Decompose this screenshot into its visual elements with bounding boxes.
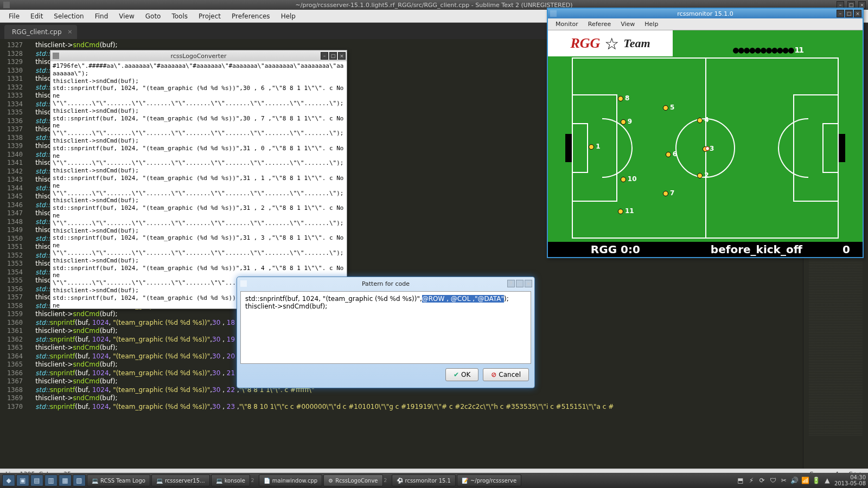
seed-dots: ●●●●●●●●●●● <box>732 46 793 54</box>
menu-project[interactable]: Project <box>194 11 225 21</box>
player-number: 7 <box>670 189 674 197</box>
tab-label: RGG_client.cpp <box>12 28 62 36</box>
task-konsole[interactable]: 💻 konsole <box>211 474 250 486</box>
player-11: 11 <box>618 209 623 214</box>
logo-team-text: Team <box>623 36 650 50</box>
task-rcssserver[interactable]: 💻 rcssserver15... <box>151 474 210 486</box>
taskbar: ◆ ▣ ▤ ▥ ▦ ▧ 💻 RCSS Team Logo 💻 rcssserve… <box>0 473 868 488</box>
minimize-button[interactable]: – <box>321 52 328 60</box>
seed-count: 11 <box>795 46 803 54</box>
player-10: 10 <box>621 177 626 182</box>
player-number: 8 <box>625 94 629 102</box>
rcssmonitor-title: rcssmonitor 15.1.0 <box>677 10 733 17</box>
ok-label: OK <box>461 371 470 378</box>
tray-icon[interactable]: ✂ <box>780 477 788 484</box>
pattern-titlebar[interactable]: Pattern for code ? – × <box>238 278 533 289</box>
player-number: 11 <box>625 207 634 215</box>
cancel-button[interactable]: ⊘Cancel <box>483 368 529 381</box>
task-logo-converter[interactable]: ⚙ RcssLogoConve <box>323 474 382 486</box>
start-button[interactable]: ◆ <box>2 474 15 486</box>
ball <box>705 146 710 151</box>
pattern-line2: thisclient->sndCmd(buf); <box>245 303 526 310</box>
menu-view[interactable]: View <box>616 20 639 29</box>
close-button[interactable]: × <box>525 280 532 287</box>
task-sublime[interactable]: 📝 ~/prog/rcssserve <box>457 474 521 486</box>
menu-find[interactable]: Find <box>91 11 113 21</box>
player-5: 5 <box>663 105 668 111</box>
menu-selection[interactable]: Selection <box>49 11 88 21</box>
minimize-button[interactable]: – <box>837 10 844 17</box>
rcssmonitor-titlebar[interactable]: rcssmonitor 15.1.0 – □ × <box>548 9 863 18</box>
app-icon <box>53 53 59 59</box>
player-number: 4 <box>704 116 709 124</box>
logo-converter-titlebar[interactable]: rcssLogoConverter – □ × <box>50 50 347 61</box>
cancel-label: Cancel <box>499 371 521 378</box>
launcher-icon[interactable]: ▦ <box>59 474 72 486</box>
menu-edit[interactable]: Edit <box>26 11 47 21</box>
player-number: 5 <box>670 104 674 111</box>
pattern-dialog: Pattern for code ? – × std::snprintf(buf… <box>237 277 535 388</box>
player-number: 2 <box>704 171 709 179</box>
task-mainwindow[interactable]: 📄 mainwindow.cpp <box>259 474 322 486</box>
pattern-input[interactable]: std::snprintf(buf, 1024, "(team_graphic … <box>240 291 531 364</box>
player-6: 6 <box>666 152 671 157</box>
maximize-button[interactable]: □ <box>329 52 337 60</box>
tray-icon[interactable]: ⟳ <box>758 477 766 484</box>
menu-preferences[interactable]: Preferences <box>227 11 275 21</box>
tab-close-icon[interactable]: × <box>67 28 72 35</box>
team-logo: RGG ☆ Team <box>548 30 673 56</box>
menu-monitor[interactable]: Monitor <box>551 20 583 29</box>
launcher-icon[interactable]: ▤ <box>30 474 43 486</box>
close-button[interactable]: × <box>338 52 346 60</box>
logo-rgg-text: RGG <box>570 35 600 52</box>
minimize-button[interactable]: – <box>516 280 524 287</box>
close-button[interactable]: × <box>854 10 861 17</box>
pattern-selection: @ROW , @COL ,"@DATA" <box>422 295 504 303</box>
menu-referee[interactable]: Referee <box>584 20 615 29</box>
logo-converter-content[interactable]: #1796fe\".#####aa\".aaaaaaa\"#aaaaaaa\"#… <box>50 61 347 309</box>
menu-file[interactable]: File <box>4 11 24 21</box>
goal-left <box>565 134 572 163</box>
task-rcssmonitor[interactable]: ⚽ rcssmonitor 15.1 <box>392 474 456 486</box>
task-rcss-logo[interactable]: 💻 RCSS Team Logo <box>87 474 150 486</box>
app-icon <box>550 10 557 17</box>
pattern-text: ); <box>504 295 509 303</box>
tray-icon[interactable]: ⚡ <box>748 477 755 484</box>
clock[interactable]: 04:30 2013-05-08 <box>834 474 866 486</box>
player-number: 9 <box>628 118 632 125</box>
menu-tools[interactable]: Tools <box>167 11 192 21</box>
launcher-icon[interactable]: ▣ <box>16 474 29 486</box>
maximize-button[interactable]: □ <box>845 10 853 17</box>
scorebar: RGG 0:0 before_kick_off 0 <box>548 242 863 257</box>
launcher-icon[interactable]: ▧ <box>73 474 86 486</box>
app-icon <box>240 280 247 287</box>
tab-rgg-client[interactable]: RGG_client.cpp × <box>4 25 77 39</box>
tray-icon[interactable]: ▲ <box>824 477 831 484</box>
help-button[interactable]: ? <box>507 280 515 287</box>
menu-goto[interactable]: Goto <box>141 11 165 21</box>
tray-icon[interactable]: ⬒ <box>737 477 744 484</box>
tray-icon[interactable]: 🔋 <box>813 477 820 484</box>
tray-icon[interactable]: 🔊 <box>791 477 799 484</box>
line-gutter: 1327 1328 1329 1330 1331 1332 1333 1334 … <box>0 39 27 468</box>
tray-icon[interactable]: 📶 <box>802 477 809 484</box>
launcher-icon[interactable]: ▥ <box>44 474 58 486</box>
task-group-count: 2 <box>251 478 258 483</box>
game-time: 0 <box>830 242 863 257</box>
tray-icon[interactable]: 🛡 <box>769 477 777 484</box>
menu-view[interactable]: View <box>114 11 138 21</box>
player-7: 7 <box>663 191 668 196</box>
ok-button[interactable]: ✔OK <box>445 368 478 381</box>
game-state: before_kick_off <box>683 242 830 257</box>
menu-help[interactable]: Help <box>640 20 662 29</box>
cancel-icon: ⊘ <box>491 371 496 378</box>
rcssmonitor-menubar: Monitor Referee View Help <box>548 18 863 30</box>
player-number: 3 <box>710 145 714 152</box>
check-icon: ✔ <box>454 371 459 378</box>
score-team: RGG 0:0 <box>548 242 683 257</box>
pitch: 1891011567423 <box>572 57 839 239</box>
goal-area-left <box>573 123 588 173</box>
menu-help[interactable]: Help <box>277 11 300 21</box>
goal-right <box>839 134 845 163</box>
pattern-buttons: ✔OK ⊘Cancel <box>238 366 533 383</box>
